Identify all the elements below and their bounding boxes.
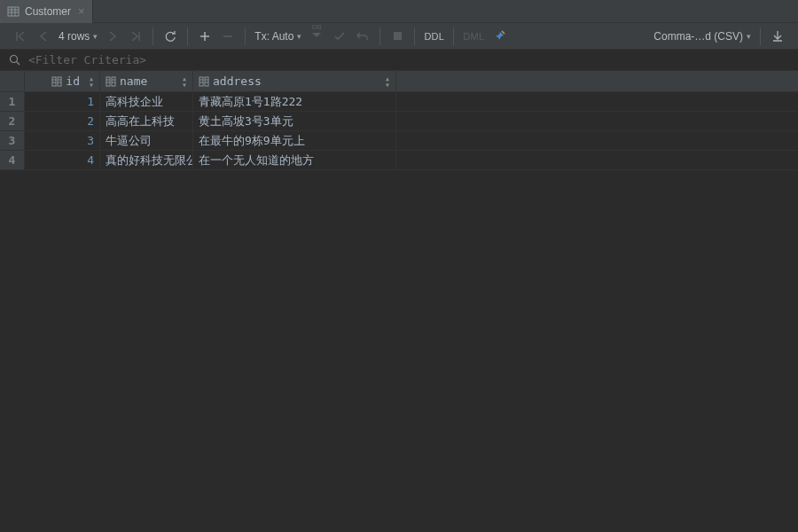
add-row-button[interactable] bbox=[193, 25, 216, 48]
last-page-button[interactable] bbox=[124, 25, 147, 48]
cell-id[interactable]: 1 bbox=[25, 92, 100, 111]
filter-bar bbox=[0, 50, 798, 71]
rows-count-label: 4 rows bbox=[59, 30, 90, 43]
separator bbox=[414, 27, 415, 45]
dml-button[interactable]: DML bbox=[459, 25, 488, 48]
svg-rect-0 bbox=[8, 7, 19, 16]
export-format-dropdown[interactable]: Comma-…d (CSV) ▾ bbox=[650, 25, 755, 48]
cell-name[interactable]: 真的好科技无限公司 bbox=[100, 151, 193, 169]
svg-rect-15 bbox=[112, 77, 115, 86]
refresh-button[interactable] bbox=[159, 25, 182, 48]
column-header-id[interactable]: id ▴▾ bbox=[25, 71, 100, 91]
remove-row-button[interactable] bbox=[216, 25, 239, 48]
cell-address[interactable]: 黄土高坡3号3单元 bbox=[193, 112, 396, 130]
row-number: 3 bbox=[0, 131, 25, 150]
cell-name[interactable]: 高科技企业 bbox=[100, 92, 193, 111]
chevron-down-icon: ▾ bbox=[747, 32, 751, 41]
cell-name[interactable]: 高高在上科技 bbox=[100, 112, 193, 130]
column-header-name[interactable]: name ▴▾ bbox=[100, 71, 193, 91]
column-icon bbox=[199, 76, 209, 87]
cell-id[interactable]: 3 bbox=[25, 131, 100, 150]
tx-mode-label: Tx: Auto bbox=[254, 30, 293, 43]
svg-rect-21 bbox=[205, 77, 208, 86]
column-label: name bbox=[120, 74, 147, 88]
cell-id[interactable]: 2 bbox=[25, 112, 100, 130]
table-row[interactable]: 33牛逼公司在最牛的9栋9单元上 bbox=[0, 131, 798, 151]
sort-icon: ▴▾ bbox=[385, 75, 390, 88]
table-icon bbox=[7, 5, 20, 18]
cell-name[interactable]: 牛逼公司 bbox=[100, 131, 193, 150]
svg-rect-5 bbox=[394, 32, 402, 40]
filter-input[interactable] bbox=[28, 53, 789, 66]
ddl-label: DDL bbox=[424, 31, 444, 42]
sort-icon: ▴▾ bbox=[89, 75, 94, 88]
svg-rect-20 bbox=[200, 77, 203, 86]
tx-mode-dropdown[interactable]: Tx: Auto ▾ bbox=[251, 25, 305, 48]
submit-button[interactable]: DB bbox=[305, 25, 328, 48]
separator bbox=[760, 27, 761, 45]
separator bbox=[187, 27, 188, 45]
commit-button[interactable] bbox=[328, 25, 351, 48]
svg-rect-14 bbox=[106, 77, 110, 86]
tab-customer[interactable]: Customer × bbox=[0, 0, 93, 23]
separator bbox=[153, 27, 153, 45]
dml-label: DML bbox=[463, 31, 484, 42]
sort-icon: ▴▾ bbox=[182, 75, 187, 88]
ddl-button[interactable]: DDL bbox=[420, 25, 448, 48]
column-label: address bbox=[213, 74, 262, 88]
column-icon bbox=[51, 76, 62, 87]
cell-address[interactable]: 在一个无人知道的地方 bbox=[193, 151, 396, 169]
cell-address[interactable]: 青藏高原1号1路222 bbox=[193, 92, 396, 111]
prev-page-button[interactable] bbox=[32, 25, 55, 48]
table-row[interactable]: 44真的好科技无限公司在一个无人知道的地方 bbox=[0, 151, 798, 170]
next-page-button[interactable] bbox=[101, 25, 124, 48]
separator bbox=[245, 27, 246, 45]
gutter-header bbox=[0, 71, 25, 91]
toolbar: 4 rows ▾ Tx: Auto ▾ DB DDL DML bbox=[0, 23, 798, 50]
tab-label: Customer bbox=[25, 5, 71, 18]
download-button[interactable] bbox=[766, 25, 789, 48]
chevron-down-icon: ▾ bbox=[93, 32, 98, 41]
cell-id[interactable]: 4 bbox=[25, 151, 100, 169]
chevron-down-icon: ▾ bbox=[297, 32, 301, 41]
search-icon bbox=[9, 54, 21, 66]
export-format-label: Comma-…d (CSV) bbox=[653, 30, 743, 43]
rows-count-dropdown[interactable]: 4 rows ▾ bbox=[55, 25, 101, 48]
rollback-button[interactable] bbox=[351, 25, 374, 48]
data-table: id ▴▾ name ▴▾ address ▴▾ 11高科技企业青藏高原1号1路… bbox=[0, 71, 798, 170]
first-page-button[interactable] bbox=[9, 25, 32, 48]
table-row[interactable]: 22高高在上科技黄土高坡3号3单元 bbox=[0, 112, 798, 131]
table-row[interactable]: 11高科技企业青藏高原1号1路222 bbox=[0, 92, 798, 112]
column-icon bbox=[106, 76, 116, 87]
row-number: 4 bbox=[0, 151, 25, 169]
stop-button[interactable] bbox=[386, 25, 409, 48]
column-label: id bbox=[66, 74, 80, 88]
close-icon[interactable]: × bbox=[78, 4, 85, 18]
separator bbox=[379, 27, 380, 45]
tab-bar: Customer × bbox=[0, 0, 798, 23]
db-icon-label: DB bbox=[312, 23, 322, 31]
svg-line-7 bbox=[17, 61, 20, 65]
svg-point-6 bbox=[11, 55, 18, 62]
row-number: 1 bbox=[0, 92, 25, 111]
svg-rect-9 bbox=[58, 77, 61, 86]
column-header-address[interactable]: address ▴▾ bbox=[193, 71, 396, 91]
separator bbox=[453, 27, 454, 45]
svg-rect-8 bbox=[52, 77, 56, 86]
cell-address[interactable]: 在最牛的9栋9单元上 bbox=[193, 131, 396, 150]
pin-button[interactable] bbox=[488, 25, 511, 48]
row-number: 2 bbox=[0, 112, 25, 130]
table-header: id ▴▾ name ▴▾ address ▴▾ bbox=[0, 71, 798, 92]
